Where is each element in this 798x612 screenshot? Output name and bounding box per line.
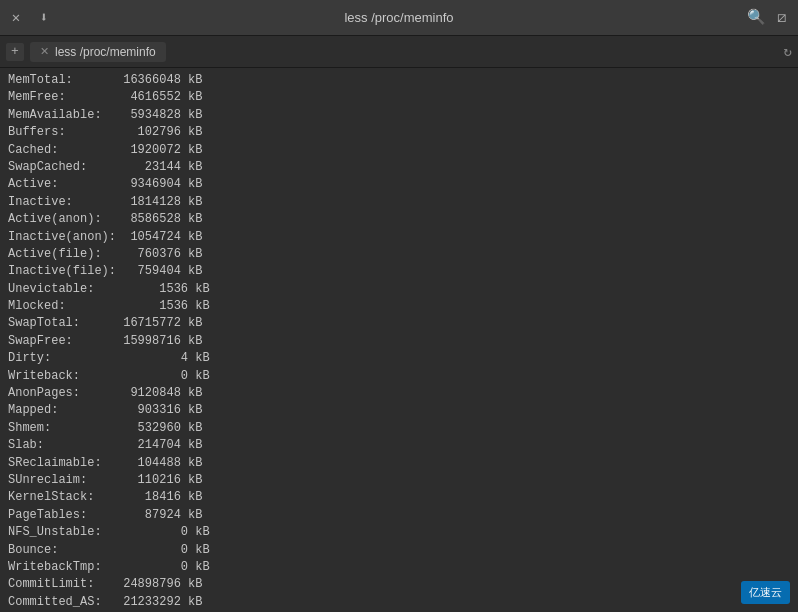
download-icon[interactable]: ⬇ (36, 10, 52, 26)
close-icon[interactable]: ✕ (8, 10, 24, 26)
title-bar: ✕ ⬇ less /proc/meminfo 🔍 ⧄ (0, 0, 798, 36)
meminfo-output: MemTotal: 16366048 kB MemFree: 4616552 k… (8, 72, 790, 612)
terminal-content: MemTotal: 16366048 kB MemFree: 4616552 k… (0, 68, 798, 612)
tab-name-label: less /proc/meminfo (55, 45, 156, 59)
tab-close-icon[interactable]: ✕ (40, 45, 49, 58)
watermark: 亿速云 (741, 581, 790, 604)
title-bar-icons: ✕ ⬇ (8, 10, 52, 26)
watermark-text: 亿速云 (749, 585, 782, 600)
search-icon[interactable]: 🔍 (748, 10, 764, 26)
title-bar-actions: 🔍 ⧄ (748, 10, 790, 26)
window-title: less /proc/meminfo (344, 10, 453, 25)
tab-bar-left: + ✕ less /proc/meminfo (6, 42, 166, 62)
history-icon[interactable]: ↻ (784, 43, 792, 60)
tab-bar: + ✕ less /proc/meminfo ↻ (0, 36, 798, 68)
expand-icon[interactable]: ⧄ (774, 10, 790, 26)
add-tab-button[interactable]: + (6, 43, 24, 61)
tab-item[interactable]: ✕ less /proc/meminfo (30, 42, 166, 62)
